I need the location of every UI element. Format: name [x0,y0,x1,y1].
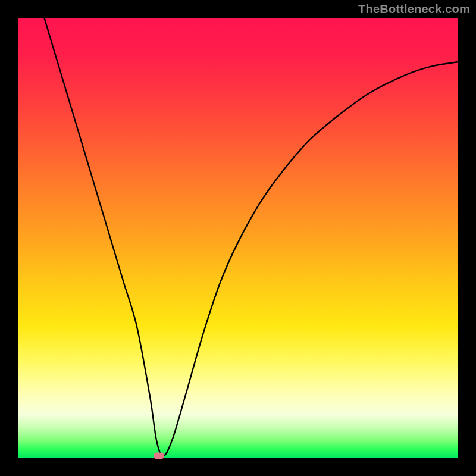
chart-frame: TheBottleneck.com [0,0,476,476]
data-curve [44,18,458,456]
min-marker [154,453,164,459]
plot-area [18,18,458,458]
curve-svg [18,18,458,458]
watermark-text: TheBottleneck.com [358,2,470,16]
